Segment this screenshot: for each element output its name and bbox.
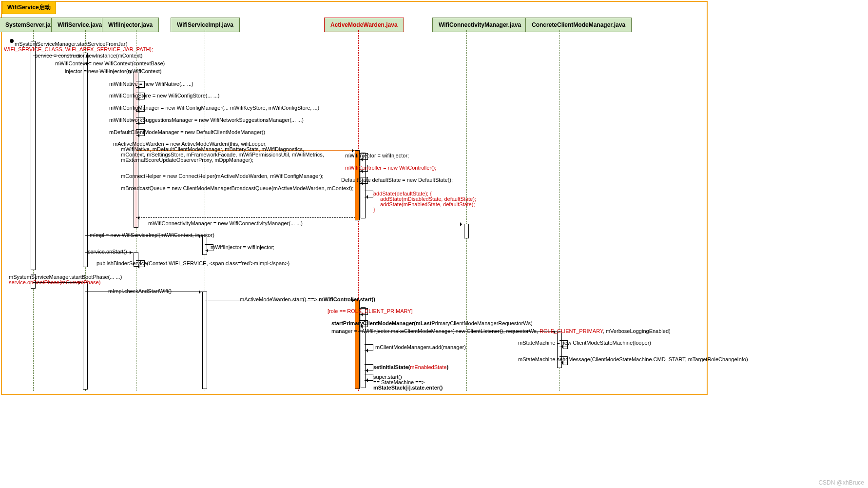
message-label: DefaultState defaultState = new DefaultS… (341, 177, 453, 183)
watermark: CSDN @xhBruce (818, 479, 864, 486)
message-label: service.onBootPhase(mCurrentPhase) (9, 279, 100, 285)
message-label: service = constructor.newInstance(mConte… (35, 53, 142, 59)
message-label: [role == ROLE_CLIENT_PRIMARY] (328, 308, 413, 314)
message-label: mActiveModeWarden.start() ==> mWifiContr… (240, 296, 375, 302)
activation-bar (83, 282, 88, 390)
message-label: mConnectHelper = new ConnectHelper(mActi… (121, 173, 324, 179)
message-label: mExternalScoreUpdateObserverProxy, mDppM… (121, 157, 253, 163)
activation-bar (202, 292, 207, 389)
return-arrow (136, 217, 355, 218)
participant-WifiConnectivityManager.java: WifiConnectivityManager.java (432, 18, 527, 32)
message-label: mWifiInjector = wifiInjector; (345, 153, 409, 158)
message-label: mWifiController = new WifiController(); (345, 165, 436, 171)
participant-ActiveModeWarden.java: ActiveModeWarden.java (324, 18, 404, 32)
message-label: mStateMachine.sendMessage(ClientModeStat… (518, 356, 748, 362)
message-label: startPrimaryClientModeManager(mLastPrima… (331, 320, 533, 326)
message-label: mImpl.checkAndStartWifi() (108, 288, 172, 294)
activation-bar (31, 41, 36, 270)
message-label: WIFI_SERVICE_CLASS, WIFI_APEX_SERVICE_JA… (4, 46, 153, 52)
self-message-arrow (365, 364, 373, 371)
message-label: injector = new WifiInjector(mWifiContext… (65, 68, 161, 74)
message-label: mDefaultClientModeManager = new DefaultC… (109, 129, 265, 135)
self-message-arrow (365, 191, 373, 197)
message-label: mWifiNetworkSuggestionsManager = new Wif… (109, 117, 304, 123)
activation-bar (464, 224, 469, 238)
diagram-title: WifiService启动 (2, 1, 56, 14)
self-message-arrow (365, 374, 373, 381)
message-label: publishBinderService(Context.WIFI_SERVIC… (96, 260, 289, 266)
message-label: addState(mEnabledState, defaultState); (380, 201, 475, 207)
message-label: mWifiContext = new WifiContext(contextBa… (55, 60, 165, 66)
self-message-arrow (365, 344, 373, 351)
message-label: mStateStack[i].state.enter() (373, 385, 443, 390)
message-label: mBroadcastQueue = new ClientModeManagerB… (121, 185, 353, 191)
start-dot (10, 39, 14, 43)
message-label: mWifiConnectivityManager = new WifiConne… (148, 220, 303, 226)
participant-ConcreteClientModeManager.java: ConcreteClientModeManager.java (525, 18, 632, 32)
message-label: mWifiConfigStore = new WifiConfigStore(.… (109, 93, 219, 98)
lifeline (466, 30, 467, 391)
message-label: mWifiInjector = wifiInjector; (211, 244, 274, 250)
message-label: service.onStart() (88, 249, 127, 254)
message-label: mStateMachine = new ClientModeStateMachi… (518, 340, 651, 346)
activation-bar (361, 153, 366, 218)
message-label: mImpl = new WifiServiceImpl(mWifiContext… (90, 232, 214, 238)
message-label: mWifiConfigManager = new WifiConfigManag… (109, 105, 319, 111)
participant-WifiInjector.java: WifiInjector.java (102, 18, 159, 32)
message-label: manager = mWifiInjector.makeClientModeMa… (331, 328, 671, 334)
message-label: mClientModeManagers.add(manager) (375, 344, 466, 350)
activation-bar (83, 53, 88, 267)
message-label: mWifiNative = new WifiNative(... ...) (109, 81, 193, 87)
message-label: setInitialState(mEnabledState) (373, 364, 448, 370)
message-label: } (373, 207, 375, 213)
participant-WifiService.java: WifiService.java (51, 18, 108, 32)
